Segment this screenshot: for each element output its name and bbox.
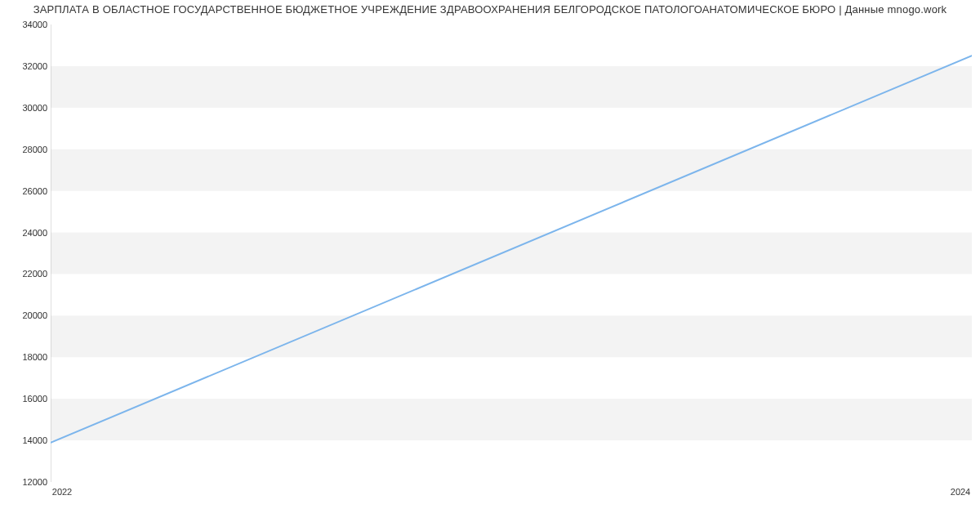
x-tick-label: 2024	[951, 487, 970, 497]
y-tick-label: 24000	[7, 228, 47, 238]
y-tick-label: 32000	[7, 61, 47, 71]
y-tick-label: 20000	[7, 310, 47, 320]
y-tick-label: 18000	[7, 352, 47, 362]
plot-area	[51, 25, 972, 482]
y-tick-label: 34000	[7, 20, 47, 29]
y-tick-label: 16000	[7, 394, 47, 404]
y-tick-label: 12000	[7, 477, 47, 487]
x-tick-label: 2022	[52, 487, 72, 497]
chart-svg	[51, 25, 972, 482]
y-tick-label: 28000	[7, 145, 47, 154]
grid-band	[51, 315, 972, 357]
chart-container: ЗАРПЛАТА В ОБЛАСТНОЕ ГОСУДАРСТВЕННОЕ БЮД…	[0, 0, 980, 531]
y-tick-label: 26000	[7, 186, 47, 196]
grid-band	[51, 149, 972, 191]
grid-band	[51, 233, 972, 274]
grid-band	[51, 399, 972, 440]
y-tick-label: 22000	[7, 269, 47, 279]
chart-title: ЗАРПЛАТА В ОБЛАСТНОЕ ГОСУДАРСТВЕННОЕ БЮД…	[0, 3, 980, 16]
y-tick-label: 30000	[7, 103, 47, 113]
y-tick-label: 14000	[7, 435, 47, 445]
grid-band	[51, 66, 972, 108]
